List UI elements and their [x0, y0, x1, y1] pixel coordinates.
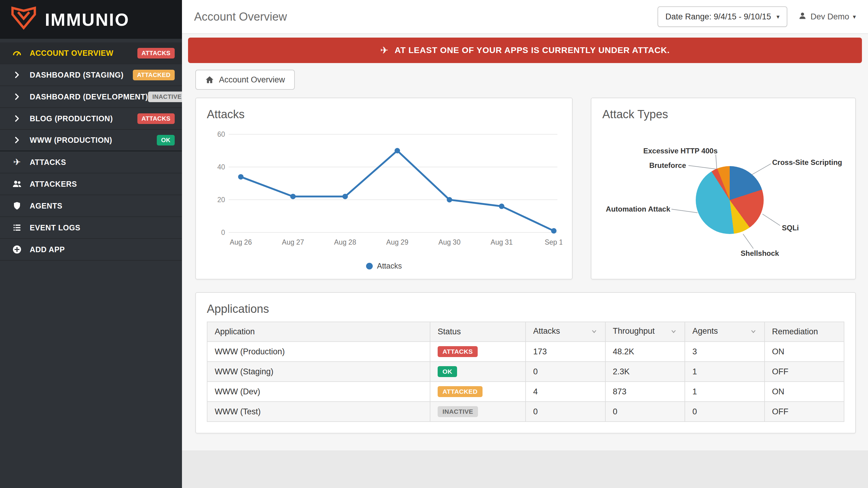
chevron-right-icon — [10, 115, 24, 123]
status-badge: INACTIVE — [438, 406, 478, 417]
caret-down-icon: ▾ — [853, 13, 856, 20]
caret-down-icon: ▾ — [776, 13, 779, 20]
chevron-right-icon — [10, 136, 24, 144]
immunio-logo-icon — [10, 6, 38, 33]
sidebar-item-event-logs[interactable]: EVENT LOGS — [0, 217, 182, 239]
attack-types-pie[interactable] — [696, 166, 764, 234]
status-cell: OK — [430, 362, 526, 382]
pie-label-bruteforce: Bruteforce — [615, 161, 686, 170]
status-cell: ATTACKED — [430, 382, 526, 401]
remediation-cell: ON — [765, 341, 844, 362]
svg-text:0: 0 — [221, 229, 225, 236]
brand-logo[interactable]: IMMUNIO — [0, 0, 182, 39]
pie-label-excessive-http-400s: Excessive HTTP 400s — [627, 147, 718, 155]
topbar-actions: Date Range: 9/4/15 - 9/10/15 ▾ Dev Demo … — [657, 6, 856, 27]
sidebar-item-label: ACCOUNT OVERVIEW — [30, 49, 114, 58]
legend-dot-icon — [366, 263, 373, 269]
chevron-right-icon — [10, 71, 24, 79]
sidebar-item-blog-production[interactable]: BLOG (PRODUCTION) ATTACKS — [0, 108, 182, 130]
col-header-status: Status — [430, 322, 526, 341]
app-name-cell[interactable]: WWW (Test) — [207, 401, 430, 422]
sidebar-item-label: WWW (PRODUCTION) — [30, 136, 112, 144]
sort-caret-icon[interactable] — [670, 328, 677, 337]
user-icon — [798, 11, 807, 22]
charts-row: Attacks 0204060Aug 26Aug 27Aug 28Aug 29A… — [195, 98, 856, 280]
sidebar-item-www-production[interactable]: WWW (PRODUCTION) OK — [0, 130, 182, 152]
attack-types-card: Attack Types Excessive HTTP 400s Brutefo… — [591, 98, 856, 280]
pie-label-automation-attack: Automation Attack — [605, 205, 670, 214]
date-range-button[interactable]: Date Range: 9/4/15 - 9/10/15 ▾ — [657, 6, 787, 27]
attack-types-title: Attack Types — [602, 108, 844, 121]
col-header-application: Application — [207, 322, 430, 341]
home-icon — [205, 75, 214, 84]
attacks-chart-title: Attacks — [207, 108, 561, 121]
sidebar-item-dashboard-development[interactable]: DASHBOARD (DEVELOPMENT) INACTIVE — [0, 86, 182, 108]
page-title: Account Overview — [194, 10, 287, 23]
sidebar-item-agents[interactable]: AGENTS — [0, 195, 182, 217]
main-area: Account Overview Date Range: 9/4/15 - 9/… — [182, 0, 868, 488]
throughput-cell: 873 — [606, 382, 685, 401]
sidebar-nav: ACCOUNT OVERVIEW ATTACKS DASHBOARD (STAG… — [0, 39, 182, 261]
applications-title: Applications — [207, 302, 844, 316]
chevron-right-icon — [10, 93, 24, 101]
content: ✈ AT LEAST ONE OF YOUR APPS IS CURRENTLY… — [182, 34, 868, 450]
table-row: WWW (Production) ATTACKS 173 48.2K 3 ON — [207, 341, 844, 362]
sidebar-item-attacks[interactable]: ✈ ATTACKS — [0, 152, 182, 173]
agents-cell: 0 — [685, 401, 765, 422]
remediation-cell: OFF — [765, 401, 844, 422]
table-row: WWW (Dev) ATTACKED 4 873 1 ON — [207, 382, 844, 401]
svg-text:Aug 29: Aug 29 — [386, 238, 408, 246]
applications-table: Application Status Attacks Throughput — [207, 322, 844, 422]
svg-text:Aug 27: Aug 27 — [282, 238, 304, 246]
status-badge: INACTIVE — [148, 92, 186, 102]
table-header-row: Application Status Attacks Throughput — [207, 322, 844, 341]
col-header-remediation: Remediation — [765, 322, 844, 341]
remediation-cell: OFF — [765, 362, 844, 382]
legend-label: Attacks — [377, 262, 402, 270]
date-range-label: Date Range: 9/4/15 - 9/10/15 — [665, 12, 771, 22]
plus-circle-icon — [10, 245, 24, 254]
app-name-cell[interactable]: WWW (Dev) — [207, 382, 430, 401]
throughput-cell: 2.3K — [606, 362, 685, 382]
sidebar-item-label: DASHBOARD (STAGING) — [30, 71, 124, 79]
fighter-jet-icon: ✈ — [380, 44, 389, 56]
sidebar-item-account-overview[interactable]: ACCOUNT OVERVIEW ATTACKS — [0, 42, 182, 64]
sort-caret-icon[interactable] — [750, 328, 757, 337]
table-row: WWW (Staging) OK 0 2.3K 1 OFF — [207, 362, 844, 382]
svg-text:Aug 31: Aug 31 — [491, 238, 513, 246]
col-header-attacks[interactable]: Attacks — [526, 322, 606, 341]
chart-legend[interactable]: Attacks — [207, 262, 561, 270]
shield-icon — [10, 201, 24, 210]
app-name-cell[interactable]: WWW (Staging) — [207, 362, 430, 382]
svg-text:20: 20 — [217, 196, 225, 204]
attacks-cell: 0 — [526, 362, 606, 382]
status-cell: ATTACKS — [430, 341, 526, 362]
sidebar-item-label: BLOG (PRODUCTION) — [30, 114, 113, 123]
status-badge: ATTACKED — [133, 70, 175, 80]
agents-cell: 1 — [685, 362, 765, 382]
app-name-cell[interactable]: WWW (Production) — [207, 341, 430, 362]
sidebar-item-label: ATTACKS — [30, 158, 66, 167]
svg-text:Aug 30: Aug 30 — [439, 238, 461, 246]
sidebar-item-label: DASHBOARD (DEVELOPMENT) — [30, 92, 148, 101]
svg-text:Aug 28: Aug 28 — [334, 238, 356, 246]
col-header-agents[interactable]: Agents — [685, 322, 765, 341]
attacks-cell: 4 — [526, 382, 606, 401]
sort-caret-icon[interactable] — [590, 328, 598, 337]
svg-text:40: 40 — [217, 163, 225, 171]
col-header-throughput[interactable]: Throughput — [606, 322, 685, 341]
tab-account-overview[interactable]: Account Overview — [195, 70, 295, 90]
status-badge: OK — [157, 135, 175, 145]
user-menu[interactable]: Dev Demo ▾ — [798, 11, 856, 22]
pie-label-shellshock: Shellshock — [741, 249, 779, 258]
sidebar: IMMUNIO ACCOUNT OVERVIEW ATTACKS DASHBOA… — [0, 0, 182, 488]
sidebar-item-label: AGENTS — [30, 201, 62, 210]
remediation-cell: ON — [765, 382, 844, 401]
sidebar-item-dashboard-staging[interactable]: DASHBOARD (STAGING) ATTACKED — [0, 64, 182, 86]
sidebar-item-attackers[interactable]: ATTACKERS — [0, 173, 182, 195]
gauge-icon — [10, 48, 24, 58]
applications-table-body: WWW (Production) ATTACKS 173 48.2K 3 ON … — [207, 341, 844, 422]
attacks-chart-card: Attacks 0204060Aug 26Aug 27Aug 28Aug 29A… — [195, 98, 572, 280]
sidebar-item-add-app[interactable]: ADD APP — [0, 239, 182, 261]
app-root: IMMUNIO ACCOUNT OVERVIEW ATTACKS DASHBOA… — [0, 0, 868, 488]
